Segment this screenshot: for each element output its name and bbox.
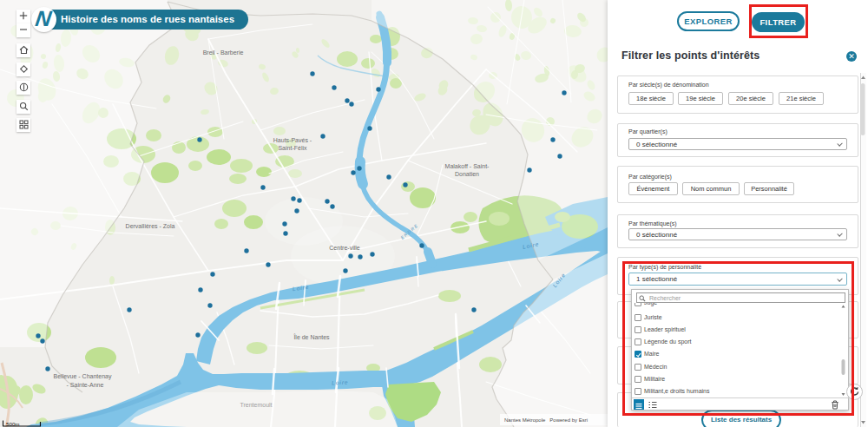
svg-text:Dervallières - Zola: Dervallières - Zola xyxy=(126,223,175,229)
svg-text:Saint-Félix: Saint-Félix xyxy=(278,145,307,151)
svg-text:Loire: Loire xyxy=(332,378,349,385)
svg-text:Breil - Barberie: Breil - Barberie xyxy=(203,49,244,56)
svg-text:Malakoff - Saint-: Malakoff - Saint- xyxy=(445,163,490,169)
svg-text:Trentemoult: Trentemoult xyxy=(240,402,272,408)
svg-text:Hauts-Pavés -: Hauts-Pavés - xyxy=(273,137,312,143)
svg-text:- Sainte-Anne: - Sainte-Anne xyxy=(67,382,104,388)
svg-text:500m: 500m xyxy=(6,421,19,427)
svg-text:Nantes Métropole Powered by: Nantes Métropole Powered by Esri xyxy=(504,417,588,423)
svg-text:Île de Nantes: Île de Nantes xyxy=(293,333,330,340)
svg-text:Centre-ville: Centre-ville xyxy=(329,245,360,251)
svg-text:Bellevue - Chantenay: Bellevue - Chantenay xyxy=(54,373,112,380)
svg-text:Donatien: Donatien xyxy=(455,171,479,177)
